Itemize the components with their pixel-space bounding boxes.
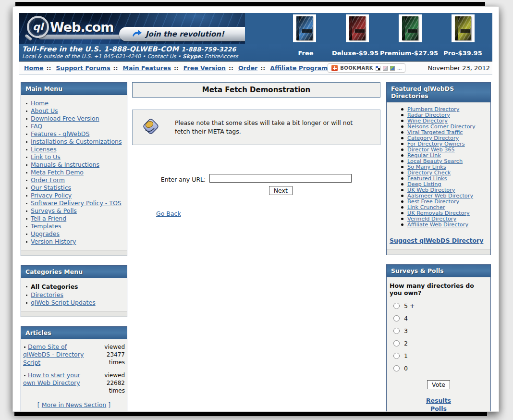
price-link[interactable]: Free: [298, 49, 313, 57]
contact-us-link[interactable]: Contact Us: [147, 53, 176, 60]
price-link[interactable]: Pro-$39.95: [443, 49, 482, 57]
main-menu-link[interactable]: Features - qlWebDS: [31, 130, 89, 138]
poll-option-radio[interactable]: [393, 328, 400, 334]
featured-link[interactable]: Affiliate Web Directory: [407, 222, 468, 228]
poll-option-row: 5 +: [393, 302, 490, 309]
main-menu-link[interactable]: Licenses: [31, 146, 57, 153]
product-cell: [437, 14, 489, 42]
product-box-image[interactable]: [346, 14, 369, 42]
price-link[interactable]: Deluxe-$9.95: [332, 49, 379, 57]
bullet-icon: [26, 210, 27, 212]
bullet-icon: [26, 103, 27, 104]
poll-links: Results Polls: [387, 397, 490, 412]
poll-option-radio[interactable]: [393, 365, 400, 371]
main-menu-link[interactable]: Home: [31, 99, 49, 107]
price-links-row: Free Deluxe-$9.95 Premium-$27.95 Pro-$39…: [281, 48, 492, 57]
main-menu-link[interactable]: Tell a Friend: [31, 215, 66, 222]
go-back-link[interactable]: Go Back: [156, 210, 181, 217]
poll-option-radio[interactable]: [393, 340, 400, 346]
main-menu-link[interactable]: About Us: [31, 107, 58, 115]
poll-option-label[interactable]: 0: [404, 365, 408, 372]
nav-separator: ::: [47, 64, 51, 72]
product-box-image[interactable]: [399, 14, 422, 42]
poll-option-label[interactable]: 2: [404, 340, 408, 347]
main-menu-item: About Us: [25, 107, 123, 115]
polls-link[interactable]: Polls: [387, 405, 490, 412]
category-link[interactable]: Directories: [31, 291, 63, 299]
main-menu-link[interactable]: FAQ: [31, 123, 42, 130]
poll-option-label[interactable]: 1: [404, 352, 408, 359]
header-banner: Join the revolution! ql Web.com: [19, 13, 492, 44]
nav-item: Support Forums::: [56, 64, 121, 72]
results-link[interactable]: Results: [387, 397, 490, 405]
main-menu-link[interactable]: Software Delivery Policy - TOS: [31, 199, 122, 207]
article-link[interactable]: How to start your own Web Directory: [23, 371, 80, 386]
bullet-icon: [401, 223, 403, 226]
poll-options: 5 + 4 3: [387, 302, 490, 372]
suggest-directory-link[interactable]: Suggest qlWebDS Directory: [390, 237, 483, 244]
more-news-link[interactable]: More in News Section: [42, 401, 107, 408]
main-menu-link[interactable]: Our Statistics: [31, 184, 71, 192]
bookmark-button[interactable]: BOOKMARK ...: [328, 63, 405, 73]
poll-option-label[interactable]: 4: [404, 315, 408, 322]
next-button[interactable]: Next: [269, 186, 293, 195]
stumble-icon[interactable]: [390, 66, 395, 71]
nav-link[interactable]: Order: [238, 64, 257, 72]
main-menu-link[interactable]: Upgrades: [31, 230, 60, 238]
bullet-icon: [401, 143, 403, 145]
poll-option-label[interactable]: 3: [404, 327, 408, 334]
bullet-separator: •: [142, 53, 146, 60]
site-logo[interactable]: ql Web.com: [27, 16, 113, 38]
main-menu-item: Privacy Policy: [25, 192, 123, 199]
bullet-icon: [24, 375, 25, 376]
url-input[interactable]: [209, 174, 352, 183]
featured-item: Affiliate Web Directory: [401, 222, 489, 228]
bookmark-more[interactable]: ...: [397, 65, 402, 71]
poll-option-radio[interactable]: [393, 315, 400, 321]
main-menu-link[interactable]: Manuals & Instructions: [31, 161, 99, 169]
poll-option-radio[interactable]: [393, 303, 400, 309]
tollfree-main: Toll-Free in the U.S. 1-888-QLWEB-COM: [22, 45, 179, 53]
product-box-cover: [349, 16, 366, 40]
nav-link[interactable]: Home: [24, 64, 44, 72]
all-categories-label: All Categories: [31, 283, 78, 291]
skype-link[interactable]: EntireAccess: [205, 53, 238, 60]
poll-option-label[interactable]: 5 +: [404, 302, 415, 309]
url-form: Enter any URL: Next: [132, 174, 380, 195]
delicious-icon[interactable]: [376, 66, 380, 71]
bullet-icon: [26, 234, 27, 235]
main-menu-link[interactable]: Link to Us: [31, 153, 61, 161]
bullet-icon: [26, 203, 27, 204]
bullet-icon: [26, 295, 27, 296]
main-menu-link[interactable]: Meta Fetch Demo: [31, 169, 84, 176]
main-menu-link[interactable]: Order Form: [31, 176, 65, 184]
vote-button[interactable]: Vote: [427, 380, 450, 389]
nav-link[interactable]: Free Version: [183, 64, 226, 72]
poll-option-row: 3: [393, 327, 490, 334]
main-menu-item: Download Free Version: [25, 115, 123, 123]
nav-links: Home:: Support Forums:: Main Features:: …: [19, 64, 328, 72]
category-link[interactable]: qlWeb Script Updates: [31, 299, 96, 307]
main-menu-link[interactable]: Surveys & Polls: [31, 207, 77, 215]
digg-icon[interactable]: [383, 66, 388, 71]
main-menu-link[interactable]: Installations & Customizations: [31, 138, 122, 146]
main-menu-link[interactable]: Templates: [31, 222, 61, 230]
main-menu-item: Link to Us: [25, 153, 123, 161]
main-menu-link[interactable]: Version History: [31, 238, 76, 246]
nav-link[interactable]: Support Forums: [56, 64, 110, 72]
poll-option-radio[interactable]: [393, 353, 400, 359]
product-box-image[interactable]: [293, 14, 316, 42]
nav-link[interactable]: Main Features: [123, 64, 171, 72]
main-menu-link[interactable]: Download Free Version: [31, 115, 99, 123]
main-menu-link[interactable]: Privacy Policy: [31, 192, 72, 199]
price-link[interactable]: Premium-$27.95: [380, 49, 438, 57]
nav-link[interactable]: Affiliate Program: [270, 64, 328, 72]
bullet-icon: [26, 126, 27, 127]
page-title: Meta Fetch Demonstration: [132, 82, 380, 98]
bookmark-label: BOOKMARK: [340, 65, 373, 71]
logo-ql-text: ql: [33, 21, 43, 33]
product-box-image[interactable]: [452, 14, 475, 42]
note-box: Please note that some sites will take a …: [132, 110, 380, 145]
bullet-icon: [26, 111, 27, 112]
article-link[interactable]: Demo Site of qlWebDS - Directory Script: [23, 343, 84, 366]
